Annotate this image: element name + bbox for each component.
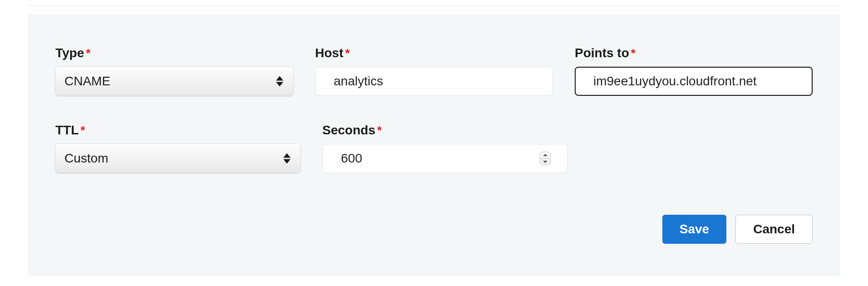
label-row-seconds: Seconds * bbox=[322, 123, 567, 138]
stepper-buttons[interactable] bbox=[540, 152, 551, 165]
dns-record-form-panel: Type * CNAME Host * Points to * bbox=[28, 14, 840, 276]
stepper-decrement[interactable] bbox=[540, 159, 550, 165]
select-sort-icon bbox=[276, 76, 283, 87]
required-asterisk: * bbox=[377, 123, 382, 138]
required-asterisk: * bbox=[86, 46, 90, 60]
type-select[interactable]: CNAME bbox=[55, 67, 293, 96]
stepper-increment[interactable] bbox=[540, 152, 550, 159]
required-asterisk: * bbox=[80, 123, 85, 138]
save-button[interactable]: Save bbox=[662, 215, 726, 244]
label-row-ttl: TTL * bbox=[55, 123, 301, 138]
seconds-label: Seconds bbox=[322, 123, 375, 138]
points-to-input[interactable] bbox=[575, 67, 813, 96]
ttl-label: TTL bbox=[55, 123, 79, 138]
top-divider bbox=[28, 5, 840, 6]
type-select-value: CNAME bbox=[55, 67, 293, 96]
cancel-button[interactable]: Cancel bbox=[735, 215, 813, 244]
required-asterisk: * bbox=[631, 46, 636, 60]
points-to-label: Points to bbox=[575, 46, 629, 60]
label-row-host: Host * bbox=[315, 46, 553, 60]
field-group-host: Host * bbox=[315, 46, 553, 96]
required-asterisk: * bbox=[345, 46, 350, 60]
select-sort-icon bbox=[283, 153, 291, 164]
label-row-points-to: Points to * bbox=[575, 46, 813, 60]
ttl-select[interactable]: Custom bbox=[55, 144, 301, 173]
field-group-points-to: Points to * bbox=[575, 46, 813, 96]
seconds-stepper[interactable]: 600 bbox=[322, 144, 567, 173]
field-group-ttl: TTL * Custom bbox=[55, 123, 301, 173]
chevron-down-icon bbox=[543, 161, 547, 163]
field-group-seconds: Seconds * 600 bbox=[322, 123, 567, 173]
form-row-1: Type * CNAME Host * Points to * bbox=[55, 46, 813, 96]
seconds-stepper-value: 600 bbox=[323, 144, 567, 173]
host-label: Host bbox=[315, 46, 343, 60]
ttl-select-value: Custom bbox=[55, 144, 301, 173]
label-row-type: Type * bbox=[55, 46, 293, 60]
form-button-row: Save Cancel bbox=[662, 215, 813, 244]
type-label: Type bbox=[55, 46, 84, 60]
host-input[interactable] bbox=[315, 67, 553, 96]
field-group-type: Type * CNAME bbox=[55, 46, 293, 96]
chevron-up-icon bbox=[543, 154, 547, 156]
form-row-2: TTL * Custom Seconds * 600 bbox=[55, 123, 813, 173]
